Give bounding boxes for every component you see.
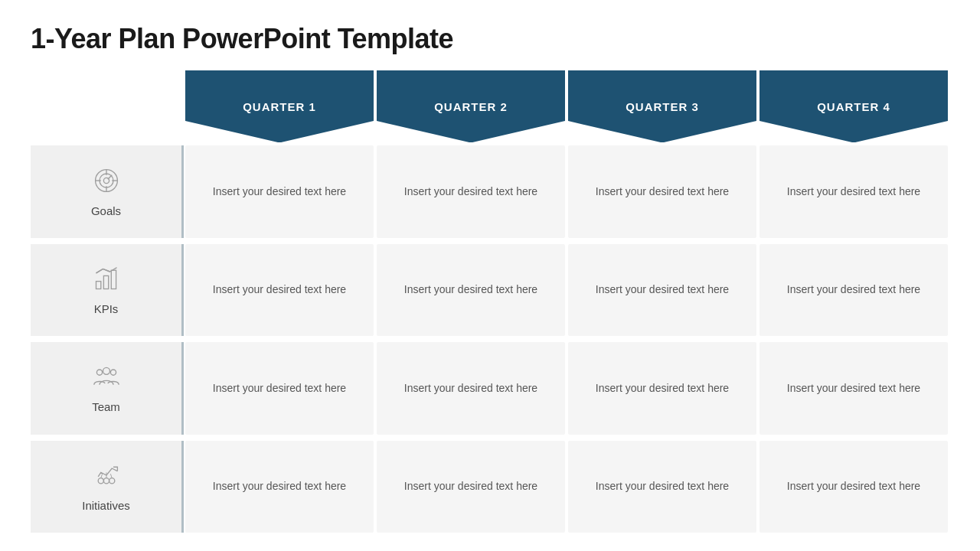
svg-line-21 [110, 474, 112, 478]
kpis-q1-cell: Insert your desired text here [185, 244, 374, 336]
growth-icon [93, 461, 120, 493]
kpis-q2-cell: Insert your desired text here [377, 244, 565, 336]
svg-line-19 [100, 474, 102, 478]
svg-line-7 [107, 174, 111, 178]
team-label: Team [92, 400, 120, 413]
quarter-1-header: QUARTER 1 [185, 70, 374, 142]
people-icon [93, 363, 120, 394]
svg-point-18 [109, 478, 114, 483]
goals-q4-cell: Insert your desired text here [760, 145, 948, 237]
kpis-label-cell: KPIs [31, 244, 184, 336]
quarter-4-header: QUARTER 4 [760, 70, 948, 142]
goals-q3-cell: Insert your desired text here [568, 145, 756, 237]
initiatives-q2-cell: Insert your desired text here [377, 441, 565, 533]
kpis-label: KPIs [94, 302, 119, 315]
team-q3-cell: Insert your desired text here [568, 342, 756, 434]
team-q1-cell: Insert your desired text here [185, 342, 374, 434]
svg-rect-10 [111, 270, 116, 289]
quarter-2-header: QUARTER 2 [377, 70, 565, 142]
target-icon [93, 167, 120, 198]
initiatives-label: Initiatives [82, 499, 130, 512]
team-q4-cell: Insert your desired text here [760, 342, 948, 434]
svg-point-14 [96, 370, 102, 375]
team-label-cell: Team [31, 342, 184, 434]
initiatives-label-cell: Initiatives [31, 441, 184, 533]
svg-point-13 [103, 368, 109, 375]
goals-q1-cell: Insert your desired text here [185, 145, 374, 237]
initiatives-q4-cell: Insert your desired text here [760, 441, 948, 533]
chart-icon [93, 265, 120, 296]
kpis-q3-cell: Insert your desired text here [568, 244, 756, 336]
initiatives-q1-cell: Insert your desired text here [185, 441, 374, 533]
svg-point-16 [98, 478, 103, 483]
main-table: QUARTER 1 QUARTER 2 QUARTER 3 QUARTER 4 … [31, 70, 949, 536]
goals-label: Goals [91, 204, 121, 217]
svg-point-17 [103, 478, 109, 483]
svg-point-15 [110, 370, 116, 375]
page-title: 1-Year Plan PowerPoint Template [31, 23, 949, 55]
header-spacer [31, 70, 184, 142]
team-q2-cell: Insert your desired text here [377, 342, 565, 434]
table-grid: QUARTER 1 QUARTER 2 QUARTER 3 QUARTER 4 … [31, 70, 949, 536]
goals-label-cell: Goals [31, 145, 184, 237]
initiatives-q3-cell: Insert your desired text here [568, 441, 756, 533]
svg-rect-9 [103, 276, 108, 289]
svg-rect-8 [96, 282, 100, 289]
goals-q2-cell: Insert your desired text here [377, 145, 565, 237]
quarter-3-header: QUARTER 3 [568, 70, 756, 142]
kpis-q4-cell: Insert your desired text here [760, 244, 948, 336]
